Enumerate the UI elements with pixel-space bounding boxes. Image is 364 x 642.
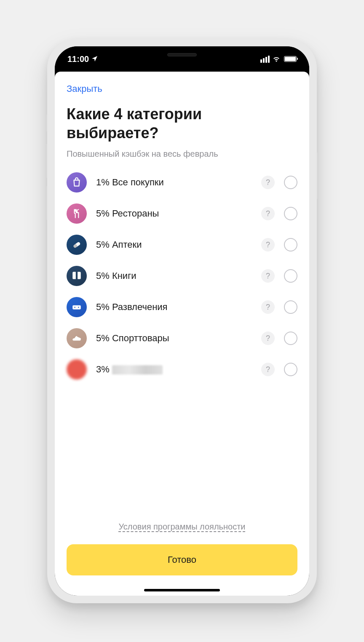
category-row[interactable]: 5% Развлечения? [67, 297, 297, 317]
status-left: 11:00 [67, 54, 98, 64]
wifi-icon [272, 56, 281, 62]
shopping-bag-icon [67, 172, 87, 193]
book-icon [67, 266, 87, 286]
location-icon [91, 56, 98, 62]
help-icon[interactable]: ? [261, 269, 275, 283]
category-row[interactable]: 3% ? [67, 359, 297, 380]
help-icon[interactable]: ? [261, 332, 275, 345]
category-checkbox[interactable] [284, 332, 297, 345]
category-label: 1% Все покупки [96, 177, 252, 188]
category-label: 5% Книги [96, 270, 252, 281]
svg-rect-2 [72, 305, 81, 310]
svg-point-4 [78, 307, 79, 308]
pill-icon [67, 235, 87, 255]
category-row[interactable]: 5% Аптеки? [67, 235, 297, 255]
page-subtitle: Повышенный кэшбэк на весь февраль [67, 149, 297, 159]
mute-switch [46, 115, 47, 131]
category-checkbox[interactable] [284, 363, 297, 376]
terms-link[interactable]: Условия программы лояльности [67, 522, 297, 532]
done-button[interactable]: Готово [67, 544, 297, 575]
blurred-category-name [112, 365, 163, 374]
battery-icon [284, 56, 297, 62]
status-right [260, 56, 297, 63]
home-indicator[interactable] [144, 589, 220, 591]
screen-content: Закрыть Какие 4 категории выбираете? Пов… [55, 72, 309, 596]
category-percent: 3% [96, 364, 110, 374]
category-row[interactable]: 1% Все покупки? [67, 172, 297, 193]
close-button[interactable]: Закрыть [67, 80, 297, 104]
category-checkbox[interactable] [284, 176, 297, 189]
category-checkbox[interactable] [284, 300, 297, 314]
category-checkbox[interactable] [284, 207, 297, 220]
category-label: 5% Аптеки [96, 239, 252, 250]
category-row[interactable]: 5% Рестораны? [67, 203, 297, 224]
category-row[interactable]: 5% Спорттовары? [67, 328, 297, 348]
status-time: 11:00 [67, 54, 89, 64]
phone-frame: 11:00 Закрыть Какие 4 категории выбирает [47, 39, 317, 603]
category-label: 5% Спорттовары [96, 333, 252, 344]
power-button [317, 152, 318, 199]
restaurant-icon [67, 203, 87, 224]
svg-point-3 [74, 307, 75, 308]
volume-down-button [46, 186, 47, 220]
category-list: 1% Все покупки?5% Рестораны?5% Аптеки?5%… [67, 172, 297, 505]
category-checkbox[interactable] [284, 269, 297, 283]
gamepad-icon [67, 297, 87, 317]
page-title: Какие 4 категории выбираете? [67, 104, 297, 142]
category-label: 5% Рестораны [96, 208, 252, 219]
sneaker-icon [67, 328, 87, 348]
help-icon[interactable]: ? [261, 176, 275, 189]
category-row[interactable]: 5% Книги? [67, 266, 297, 286]
category-label: 3% [96, 364, 252, 375]
category-label: 5% Развлечения [96, 302, 252, 313]
volume-up-button [46, 144, 47, 178]
phone-screen: 11:00 Закрыть Какие 4 категории выбирает [55, 46, 309, 596]
help-icon[interactable]: ? [261, 363, 275, 376]
blurred-icon [67, 359, 87, 380]
category-checkbox[interactable] [284, 238, 297, 251]
help-icon[interactable]: ? [261, 207, 275, 220]
help-icon[interactable]: ? [261, 300, 275, 314]
cellular-icon [260, 56, 270, 63]
notch [127, 46, 237, 63]
help-icon[interactable]: ? [261, 238, 275, 251]
speaker-grille [167, 53, 197, 56]
